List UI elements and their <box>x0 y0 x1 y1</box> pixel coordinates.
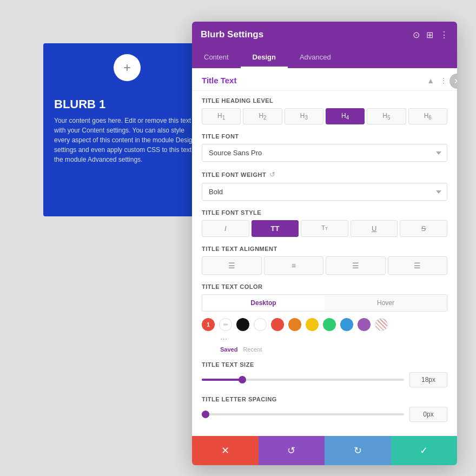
cancel-button[interactable]: ✕ <box>192 436 259 465</box>
reset-button[interactable]: ↺ <box>259 436 325 465</box>
title-letter-spacing-value[interactable]: 0px <box>409 407 447 422</box>
section-header-icons: ▲ ⋮ <box>427 76 447 85</box>
color-dots: ··· <box>202 334 447 344</box>
title-text-size-slider-row: 18px <box>202 372 447 387</box>
settings-panel: Blurb Settings ⊙ ⊞ ⋮ Content Design Adva… <box>192 22 457 465</box>
color-saved-row: Saved Recent <box>202 346 447 353</box>
section-menu-icon[interactable]: ⋮ <box>440 76 447 85</box>
tab-content[interactable]: Content <box>192 48 241 68</box>
title-letter-spacing-track[interactable] <box>202 413 404 415</box>
recent-label[interactable]: Recent <box>243 346 262 353</box>
title-letter-spacing-label: Title Letter Spacing <box>202 396 447 402</box>
heading-h3-btn[interactable]: H3 <box>285 108 323 124</box>
title-font-row: Title Font Source Sans Pro <box>202 133 447 162</box>
panel-header-icons: ⊙ ⊞ ⋮ <box>413 30 448 40</box>
title-text-color-label: Title Text Color <box>202 283 447 290</box>
style-capitalize-btn[interactable]: Tt <box>301 220 348 237</box>
title-font-weight-label-row: Title Font Weight ↺ <box>202 170 447 178</box>
title-text-alignment-row: Title Text Alignment ☰ ≡ ☰ ☰ <box>202 246 447 275</box>
title-heading-level-row: Title Heading Level H1 H2 H3 H4 H5 H6 <box>202 97 447 124</box>
swatch-green[interactable] <box>323 318 336 331</box>
tab-advanced[interactable]: Advanced <box>288 48 343 68</box>
heading-h1-btn[interactable]: H1 <box>202 108 241 124</box>
style-bold-btn[interactable]: TT <box>252 220 299 237</box>
columns-icon[interactable]: ⊞ <box>426 30 433 40</box>
style-underline-btn[interactable]: U <box>351 220 398 237</box>
color-tabs: Desktop Hover <box>202 294 447 312</box>
title-font-style-row: Title Font Style I TT Tt U S <box>202 209 447 237</box>
redo-button[interactable]: ↻ <box>325 436 391 465</box>
swatch-black[interactable] <box>236 318 249 331</box>
align-left-btn[interactable]: ☰ <box>202 256 262 275</box>
title-font-weight-label: Title Font Weight <box>202 171 266 178</box>
panel-body[interactable]: Title Text ▲ ⋮ Title Heading Level H1 H2… <box>192 68 457 436</box>
title-text-size-value[interactable]: 18px <box>409 372 447 387</box>
title-text-size-track[interactable] <box>202 379 404 381</box>
more-icon[interactable]: ⋮ <box>440 30 448 40</box>
panel-footer: ✕ ↺ ↻ ✓ <box>192 436 457 465</box>
section-title: Title Text <box>202 76 236 85</box>
color-swatches: 1 ✏ <box>202 318 447 331</box>
heading-h5-btn[interactable]: H5 <box>367 108 406 124</box>
confirm-button[interactable]: ✓ <box>391 436 458 465</box>
swatch-white[interactable] <box>254 318 267 331</box>
align-right-btn[interactable]: ☰ <box>326 256 386 275</box>
screenshot-icon[interactable]: ⊙ <box>413 30 420 40</box>
heading-h6-btn[interactable]: H6 <box>408 108 447 124</box>
title-text-size-label: Title Text Size <box>202 361 447 368</box>
color-tab-hover[interactable]: Hover <box>325 295 447 311</box>
title-font-weight-row: Title Font Weight ↺ Bold <box>202 170 447 201</box>
title-letter-spacing-row: Title Letter Spacing 0px <box>202 396 447 422</box>
title-text-size-row: Title Text Size 18px <box>202 361 447 387</box>
title-text-color-row: Title Text Color Desktop Hover 1 ✏ <box>202 283 447 353</box>
title-text-size-thumb[interactable] <box>239 376 246 384</box>
font-style-buttons: I TT Tt U S <box>202 220 447 237</box>
style-strikethrough-btn[interactable]: S <box>400 220 447 237</box>
color-tab-desktop[interactable]: Desktop <box>202 295 325 311</box>
font-weight-reset-icon[interactable]: ↺ <box>269 170 275 178</box>
panel-title: Blurb Settings <box>201 29 263 40</box>
swatch-yellow[interactable] <box>306 318 319 331</box>
color-picker-icon[interactable]: ✏ <box>219 318 232 331</box>
title-text-size-fill <box>202 379 242 381</box>
heading-h2-btn[interactable]: H2 <box>243 108 282 124</box>
swatch-blue[interactable] <box>340 318 353 331</box>
swatch-red[interactable] <box>271 318 284 331</box>
color-badge[interactable]: 1 <box>202 318 215 331</box>
title-font-label: Title Font <box>202 133 447 140</box>
plus-icon: + <box>123 60 131 75</box>
swatch-purple[interactable] <box>358 318 371 331</box>
section-header: Title Text ▲ ⋮ <box>192 68 457 91</box>
add-button[interactable]: + <box>114 54 141 81</box>
title-text-alignment-label: Title Text Alignment <box>202 246 447 252</box>
swatch-orange[interactable] <box>288 318 301 331</box>
blurb-text: Your content goes here. Edit or remove t… <box>54 116 200 164</box>
panel-tabs: Content Design Advanced <box>192 48 457 68</box>
align-center-btn[interactable]: ≡ <box>264 256 324 275</box>
title-letter-spacing-thumb[interactable] <box>202 411 209 418</box>
title-heading-level-label: Title Heading Level <box>202 97 447 104</box>
heading-buttons: H1 H2 H3 H4 H5 H6 <box>202 108 447 124</box>
align-justify-btn[interactable]: ☰ <box>388 256 448 275</box>
swatch-striped[interactable] <box>375 318 388 331</box>
blurb-title: BLURB 1 <box>54 97 105 111</box>
panel-header: Blurb Settings ⊙ ⊞ ⋮ <box>192 22 457 48</box>
title-letter-spacing-slider-row: 0px <box>202 407 447 422</box>
title-font-style-label: Title Font Style <box>202 209 447 216</box>
title-font-select[interactable]: Source Sans Pro <box>202 144 447 162</box>
tab-design[interactable]: Design <box>241 48 288 68</box>
style-italic-btn[interactable]: I <box>202 220 249 237</box>
heading-h4-btn[interactable]: H4 <box>326 108 365 124</box>
title-font-weight-select[interactable]: Bold <box>202 183 447 201</box>
saved-label[interactable]: Saved <box>220 346 237 353</box>
collapse-icon[interactable]: ▲ <box>427 76 434 85</box>
blurb-preview: + BLURB 1 Your content goes here. Edit o… <box>43 43 211 216</box>
alignment-buttons: ☰ ≡ ☰ ☰ <box>202 256 447 275</box>
